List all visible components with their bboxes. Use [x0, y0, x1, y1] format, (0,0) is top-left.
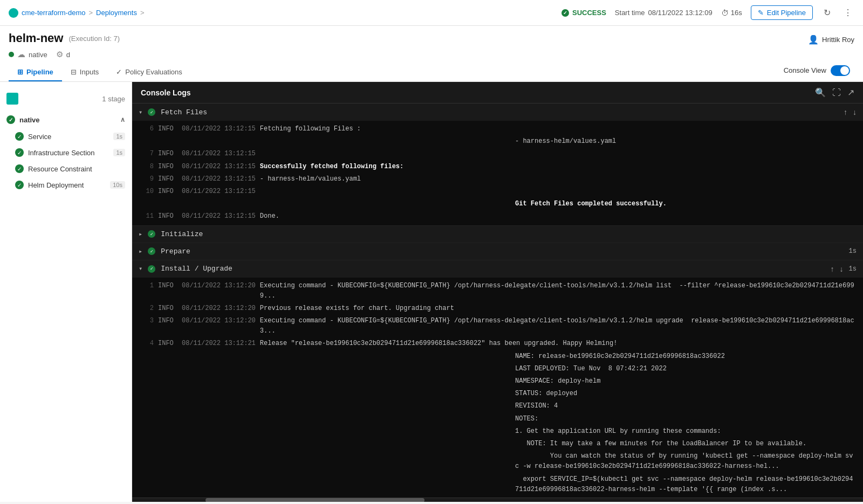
log-message: NAMESPACE: deploy-helm — [251, 376, 857, 386]
log-line: STATUS: deployed — [132, 388, 863, 400]
user-name: Hrittik Roy — [822, 36, 854, 44]
prepare-chevron[interactable]: ▸ — [139, 247, 142, 256]
log-timestamp — [182, 364, 246, 374]
log-timestamp: 08/11/2022 13:12:15 — [182, 174, 256, 184]
fetch-files-chevron[interactable]: ▾ — [139, 108, 142, 116]
initialize-header[interactable]: ▸ Initialize — [132, 226, 863, 243]
log-message: Executing command - KUBECONFIG=${KUBECON… — [260, 316, 857, 336]
log-level: INFO — [158, 339, 177, 349]
install-header[interactable]: ▾ Install / Upgrade ↑ ↓ 1s — [132, 260, 863, 278]
install-up[interactable]: ↑ — [831, 265, 834, 273]
fetch-files-header[interactable]: ▾ Fetch Files ↑ ↓ — [132, 103, 863, 121]
top-right: SUCCESS Start time 08/11/2022 13:12:09 ⏱… — [561, 5, 854, 20]
infrastructure-check-icon — [15, 148, 24, 157]
console-view-toggle: Console View — [784, 65, 854, 80]
console-view-label: Console View — [784, 66, 826, 74]
log-message: Fetching following Files : — [260, 124, 857, 134]
prepare-header[interactable]: ▸ Prepare 1s — [132, 243, 863, 260]
install-chevron[interactable]: ▾ — [139, 265, 142, 273]
fetch-files-down[interactable]: ↓ — [853, 108, 857, 116]
more-options-button[interactable]: ⋮ — [841, 5, 854, 20]
edit-pipeline-button[interactable]: ✎ Edit Pipeline — [751, 5, 813, 20]
console-title: Console Logs — [141, 88, 191, 97]
log-timestamp — [182, 426, 246, 437]
meta-d: ⚙ d — [56, 50, 70, 59]
breadcrumb-sep2: > — [140, 9, 145, 17]
resource-label: Resource Constraint — [28, 165, 92, 173]
log-timestamp: 08/11/2022 13:12:15 — [182, 162, 256, 172]
native-section-label: native — [19, 116, 40, 124]
top-bar: cme-terraform-demo > Deployments > SUCCE… — [0, 0, 863, 26]
initialize-chevron[interactable]: ▸ — [139, 230, 142, 238]
log-line: Git Fetch Files completed successfully. — [132, 198, 863, 210]
fetch-files-up[interactable]: ↑ — [844, 108, 847, 116]
log-message: NAME: release-be199610c3e2b0294711d21e69… — [251, 351, 857, 362]
log-line: NOTE: It may take a few minutes for the … — [132, 438, 863, 450]
log-level: INFO — [158, 149, 177, 159]
log-level — [158, 474, 177, 495]
log-level — [158, 364, 177, 374]
log-section-fetch-files: ▾ Fetch Files ↑ ↓ 6 INFO 08/11/2022 13:1… — [132, 103, 863, 226]
native-chevron-icon[interactable]: ∧ — [120, 116, 125, 123]
tab-pipeline[interactable]: ⊞ Pipeline — [9, 64, 62, 81]
infrastructure-label: Infrastructure Section — [28, 149, 95, 157]
sidebar-item-service[interactable]: Service 1s — [0, 128, 132, 144]
log-message: You can watch the status of by running '… — [251, 451, 857, 472]
breadcrumb-deployments[interactable]: Deployments — [96, 9, 137, 17]
log-timestamp: 08/11/2022 13:12:15 — [182, 187, 256, 197]
tab-policy-label: Policy Evaluations — [125, 68, 182, 76]
install-title: Install / Upgrade — [161, 265, 825, 273]
breadcrumb: cme-terraform-demo > Deployments > — [9, 8, 145, 18]
toggle-knob — [840, 66, 849, 75]
helm-label: Helm Deployment — [28, 181, 84, 189]
log-timestamp — [182, 451, 246, 472]
meta-row: ☁ native ⚙ d — [9, 50, 854, 59]
service-label: Service — [28, 133, 51, 141]
sidebar: 1 stage native ∧ Service 1s Infrastructu… — [0, 82, 132, 502]
log-level — [158, 426, 177, 437]
log-line: 1 INFO 08/11/2022 13:12:20 Executing com… — [132, 280, 863, 302]
log-message: Previous release exists for chart. Upgra… — [260, 303, 857, 314]
log-num — [139, 136, 154, 147]
duration: ⏱ 16s — [721, 9, 742, 17]
prepare-duration: 1s — [849, 247, 857, 255]
log-level: INFO — [158, 211, 177, 222]
log-num — [139, 351, 154, 362]
service-duration: 1s — [113, 133, 125, 140]
install-down[interactable]: ↓ — [840, 265, 844, 273]
log-line: export SERVICE_IP=$(kubectl get svc --na… — [132, 473, 863, 496]
log-line: NOTES: — [132, 413, 863, 425]
initialize-title: Initialize — [161, 230, 857, 238]
log-num — [139, 389, 154, 399]
log-line: 2 INFO 08/11/2022 13:12:20 Previous rele… — [132, 302, 863, 315]
sidebar-item-infrastructure[interactable]: Infrastructure Section 1s — [0, 144, 132, 161]
sidebar-item-resource-constraint[interactable]: Resource Constraint — [0, 161, 132, 177]
console-external-button[interactable]: ↗ — [847, 87, 854, 98]
log-line: You can watch the status of by running '… — [132, 450, 863, 473]
log-level — [158, 439, 177, 449]
page-title-row: helm-new (Execution Id: 7) 👤 Hrittik Roy — [9, 31, 854, 45]
scrollbar-thumb[interactable] — [206, 498, 425, 502]
sidebar-item-helm-deployment[interactable]: Helm Deployment 10s — [0, 177, 132, 193]
log-num — [139, 451, 154, 472]
console-view-switch[interactable] — [831, 65, 850, 76]
log-num: 3 — [139, 316, 154, 336]
nav-tabs: ⊞ Pipeline ⊟ Inputs ✓ Policy Evaluations — [9, 64, 191, 81]
tab-policy-evaluations[interactable]: ✓ Policy Evaluations — [107, 64, 191, 81]
console-area: Console Logs 🔍 ⛶ ↗ ▾ Fetch Files ↑ ↓ — [132, 82, 863, 502]
sidebar-native-header[interactable]: native ∧ — [0, 111, 132, 128]
log-level — [158, 414, 177, 424]
log-message: Executing command - KUBECONFIG=${KUBECON… — [260, 281, 857, 301]
log-line: 1. Get the application URL by running th… — [132, 425, 863, 438]
stage-label: 1 stage — [102, 95, 125, 103]
tab-inputs[interactable]: ⊟ Inputs — [62, 64, 107, 81]
console-expand-button[interactable]: ⛶ — [832, 87, 841, 98]
log-level — [158, 451, 177, 472]
log-line: 10 INFO 08/11/2022 13:12:15 — [132, 185, 863, 198]
log-line: - harness-helm/values.yaml — [132, 135, 863, 148]
log-timestamp: 08/11/2022 13:12:20 — [182, 316, 256, 336]
breadcrumb-app[interactable]: cme-terraform-demo — [22, 9, 85, 17]
console-search-button[interactable]: 🔍 — [815, 87, 826, 98]
refresh-button[interactable]: ↻ — [821, 5, 833, 20]
log-message: export SERVICE_IP=$(kubectl get svc --na… — [251, 474, 857, 495]
